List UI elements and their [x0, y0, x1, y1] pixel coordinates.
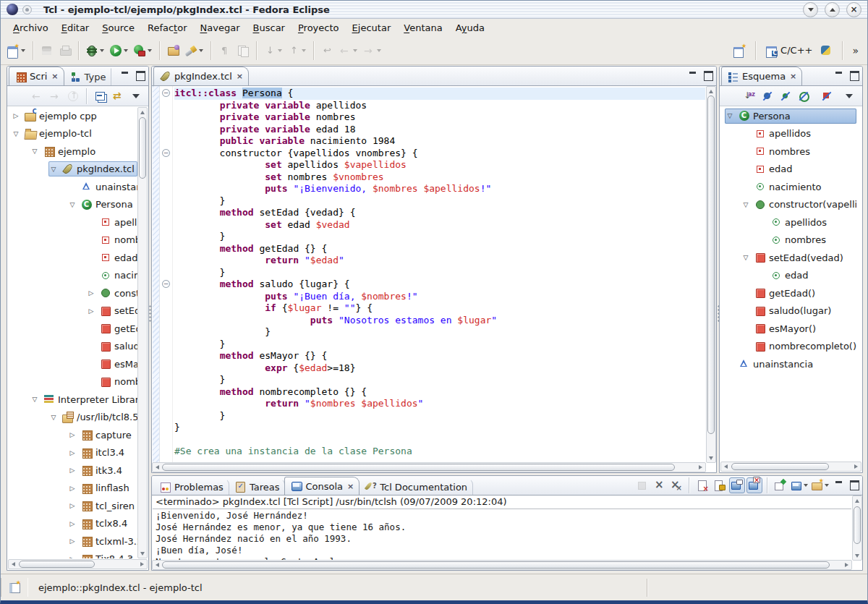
expand-arrow[interactable]: ▷ [67, 431, 77, 438]
tab-problemas[interactable]: Problemas [153, 478, 229, 495]
tree-item-capture[interactable]: ▷capture [8, 426, 137, 444]
scrollbar-thumb[interactable] [139, 117, 146, 179]
editor-vertical-scrollbar[interactable] [706, 86, 716, 463]
dropdown-arrow-icon[interactable] [98, 42, 105, 59]
scroll-lock-button[interactable] [712, 477, 728, 493]
expand-arrow[interactable]: ▷ [11, 112, 21, 119]
dropdown-arrow-icon[interactable] [146, 42, 153, 59]
scroll-right-arrow[interactable] [697, 463, 705, 471]
scroll-down-arrow[interactable] [853, 552, 861, 560]
clear-console-button[interactable] [694, 477, 710, 493]
maximize-editor-button[interactable] [703, 70, 713, 80]
folding-gutter[interactable]: −−− [161, 86, 173, 463]
menu-ejecutar[interactable]: Ejecutar [346, 21, 398, 35]
expand-arrow[interactable]: ▷ [67, 467, 77, 474]
tree-item-esmayor[interactable]: esMayor() [8, 355, 137, 373]
explorer-vertical-scrollbar[interactable] [137, 107, 148, 558]
tree-item-constructor-vapellidos-vnombres[interactable]: ▽constructor(vapellidos vnombres) [720, 196, 856, 214]
tree-item-unainstancia[interactable]: unainstancia [720, 355, 856, 373]
expand-arrow[interactable]: ▽ [741, 201, 751, 208]
tree-item-nacimiento[interactable]: nacimiento [8, 267, 137, 285]
debug-button[interactable] [84, 41, 107, 60]
tree-item-itk3-4[interactable]: ▷itk3.4 [8, 461, 137, 480]
hide-static-button[interactable] [778, 88, 793, 104]
open-console-button[interactable] [811, 477, 830, 493]
tree-item-ejemplo[interactable]: ▽ejemplo [8, 143, 137, 161]
tree-item-tclx8-4[interactable]: ▷tclx8.4 [8, 515, 137, 533]
forward-button[interactable] [47, 88, 63, 104]
close-tab-icon[interactable]: × [51, 72, 58, 81]
fast-view-button[interactable] [1, 578, 28, 597]
outline-horizontal-scrollbar[interactable] [720, 461, 861, 472]
cpp-perspective-button[interactable]: C/C++ [764, 41, 814, 60]
open-element-button[interactable] [165, 41, 182, 60]
collapse-all-button[interactable] [93, 88, 109, 104]
title-bar[interactable]: Tcl - ejemplo-tcl/ejemplo/pkgIndex.tcl -… [1, 1, 867, 19]
perspective-overflow-button[interactable]: » [851, 45, 860, 56]
tree-item-edad[interactable]: edad [8, 249, 137, 267]
close-editor-icon[interactable]: × [237, 72, 243, 81]
remove-launch-button[interactable] [651, 477, 667, 493]
tree-item-nombres[interactable]: nombres [8, 231, 137, 250]
previous-annotation-button[interactable] [286, 41, 309, 60]
expand-arrow[interactable]: ▷ [67, 537, 77, 545]
tree-item-nombres[interactable]: nombres [720, 231, 856, 250]
tree-item-saludo-lugar[interactable]: saludo(lugar) [720, 302, 856, 320]
code-editor[interactable]: −−− itcl::class Persona { private variab… [153, 86, 705, 463]
show-stdout-button[interactable] [729, 477, 745, 493]
menu-ayuda[interactable]: Ayuda [449, 21, 491, 35]
scroll-left-arrow[interactable] [153, 561, 161, 569]
minimize-view-button[interactable] [120, 70, 130, 80]
expand-arrow[interactable]: ▷ [86, 307, 96, 315]
tree-item-persona[interactable]: ▽Persona [720, 107, 856, 125]
view-menu-button[interactable] [129, 88, 145, 104]
minimize-view-button[interactable] [834, 70, 844, 80]
tree-item-getedad[interactable]: getEdad() [8, 320, 137, 338]
tree-item-ejemplo-cpp[interactable]: ▷ejemplo cpp [8, 107, 137, 125]
expand-arrow[interactable]: ▷ [67, 556, 77, 558]
tree-item-apellidos[interactable]: apellidos [720, 125, 856, 143]
window-menu-button[interactable] [22, 5, 32, 14]
tree-item-getedad[interactable]: getEdad() [720, 284, 856, 302]
scroll-right-arrow[interactable] [138, 560, 147, 568]
save-button[interactable] [38, 41, 56, 60]
outline-tree[interactable]: ▽Personaapellidosnombresedadnacimiento▽c… [720, 107, 856, 462]
expand-arrow[interactable]: ▽ [48, 414, 59, 421]
display-console-button[interactable] [790, 477, 809, 493]
tab-type-hierarchy[interactable]: Type [64, 68, 112, 85]
fold-minus-icon[interactable]: − [162, 280, 170, 288]
sort-button[interactable] [741, 88, 757, 104]
tree-item-itcl3-4[interactable]: ▷itcl3.4 [8, 444, 137, 462]
scrollbar-thumb[interactable] [162, 561, 830, 569]
stop-button[interactable] [634, 477, 650, 493]
maximize-window-button[interactable] [825, 2, 840, 17]
hide-public-button[interactable] [796, 88, 812, 104]
show-whitespace-button[interactable] [216, 41, 234, 60]
tree-item-tix8-4-3[interactable]: ▷Tix8.4.3 [8, 550, 137, 559]
up-button[interactable] [65, 88, 81, 104]
dropdown-arrow-icon[interactable] [352, 42, 358, 59]
scroll-up-arrow[interactable] [853, 496, 861, 504]
tree-item-tcl-siren[interactable]: ▷tcl_siren [8, 497, 137, 515]
menu-navegar[interactable]: Navegar [194, 21, 247, 35]
view-menu-button[interactable] [842, 88, 858, 104]
show-stderr-button[interactable] [746, 477, 762, 493]
expand-arrow[interactable]: ▷ [67, 449, 77, 456]
python-perspective-button[interactable] [817, 41, 835, 60]
dropdown-arrow-icon[interactable] [20, 42, 26, 59]
dropdown-arrow-icon[interactable] [276, 42, 283, 59]
last-edit-location-button[interactable] [319, 41, 336, 60]
dropdown-arrow-icon[interactable] [823, 478, 830, 493]
scroll-down-arrow[interactable] [138, 550, 147, 558]
new-wizard-button[interactable] [5, 41, 28, 60]
dropdown-arrow-icon[interactable] [802, 478, 809, 493]
close-tab-icon[interactable]: × [790, 72, 796, 81]
search-button[interactable] [183, 41, 206, 60]
fold-minus-icon[interactable]: − [162, 89, 170, 97]
scrollbar-thumb[interactable] [162, 464, 675, 471]
menu-editar[interactable]: Editar [55, 21, 96, 35]
tree-item-setedad-vedad[interactable]: ▽setEdad(vedad) [720, 249, 856, 267]
scroll-up-arrow[interactable] [707, 87, 715, 95]
maximize-view-button[interactable] [135, 70, 145, 80]
scroll-down-arrow[interactable] [707, 454, 715, 462]
